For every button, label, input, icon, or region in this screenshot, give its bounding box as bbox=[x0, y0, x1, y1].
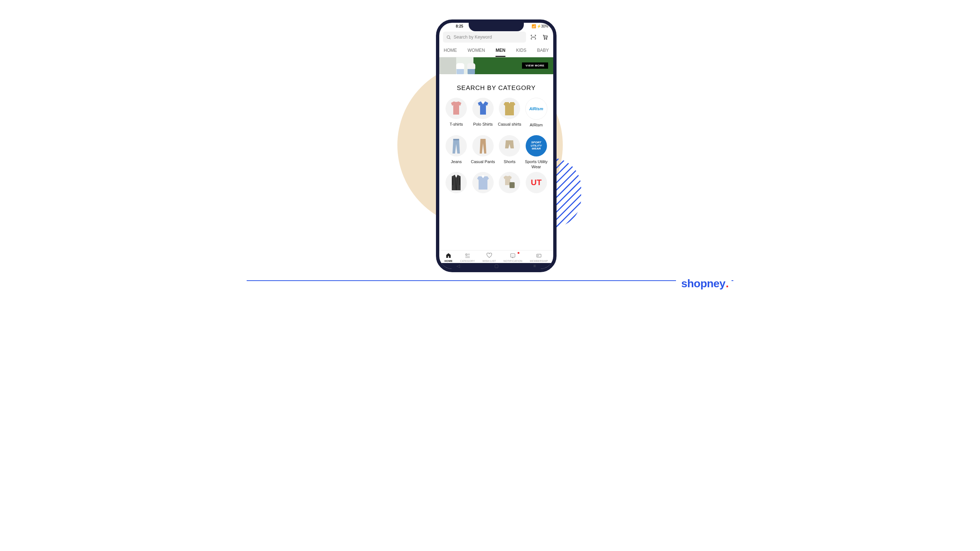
tab-kids[interactable]: KIDS bbox=[516, 46, 527, 57]
bottomnav-label: NOTIFICATION bbox=[504, 260, 522, 262]
category-item[interactable]: Casual Pants bbox=[471, 135, 496, 170]
hero-banner[interactable]: VIEW MORE bbox=[439, 57, 553, 74]
category-label: Jeans bbox=[451, 159, 462, 170]
category-bubble bbox=[445, 135, 467, 157]
search-placeholder: Search by Keyword bbox=[453, 35, 492, 40]
svg-point-34 bbox=[514, 255, 514, 256]
category-bubble: SPORTUTILITYWEAR bbox=[526, 135, 547, 157]
category-item[interactable] bbox=[497, 172, 522, 206]
category-label: Shorts bbox=[504, 159, 515, 170]
status-time: 8:25 bbox=[456, 24, 463, 28]
category-label: Sports Utility Wear bbox=[524, 159, 549, 170]
phone-frame: 8:25 📶 ⚡30% Search by Keyword bbox=[436, 19, 557, 272]
nav-back-icon[interactable]: ◁ bbox=[457, 264, 460, 268]
view-more-button[interactable]: VIEW MORE bbox=[522, 62, 548, 69]
category-bubble: AIRism bbox=[525, 98, 547, 120]
category-bubble bbox=[473, 172, 494, 193]
category-item[interactable]: UT bbox=[524, 172, 549, 206]
svg-point-32 bbox=[512, 255, 512, 256]
category-label: T-shirts bbox=[450, 122, 463, 132]
stage: 8:25 📶 ⚡30% Search by Keyword bbox=[226, 0, 754, 297]
bottomnav-home[interactable]: HOME bbox=[444, 253, 452, 262]
svg-rect-25 bbox=[459, 178, 460, 185]
category-item[interactable]: SPORTUTILITYWEARSports Utility Wear bbox=[524, 135, 549, 170]
tab-men[interactable]: MEN bbox=[495, 46, 506, 57]
category-tabs: HOMEWOMENMENKIDSBABY bbox=[439, 43, 553, 57]
category-item[interactable]: Polo Shirts bbox=[471, 98, 496, 133]
tab-baby[interactable]: BABY bbox=[537, 46, 549, 57]
svg-rect-24 bbox=[452, 178, 453, 185]
category-item[interactable] bbox=[471, 172, 496, 206]
tab-home[interactable]: HOME bbox=[444, 46, 457, 57]
bottom-nav: HOMECATEGORYWISH LISTNOTIFICATIONMEMBERS… bbox=[439, 250, 553, 263]
search-icon bbox=[446, 35, 452, 40]
android-navbar: ◁ ▢ ≡ bbox=[439, 263, 553, 269]
category-label: Polo Shirts bbox=[473, 122, 493, 132]
category-item[interactable]: T-shirts bbox=[444, 98, 469, 133]
scan-button[interactable] bbox=[529, 33, 538, 41]
notification-icon bbox=[509, 253, 516, 259]
tab-women[interactable]: WOMEN bbox=[468, 46, 485, 57]
nav-home-icon[interactable]: ▢ bbox=[495, 264, 498, 268]
wishlist-icon bbox=[486, 253, 493, 259]
category-item[interactable]: AIRismAIRism bbox=[524, 98, 549, 133]
category-label: AIRism bbox=[530, 123, 542, 133]
svg-point-19 bbox=[447, 36, 450, 38]
svg-point-33 bbox=[513, 255, 513, 256]
status-indicators: 📶 ⚡30% bbox=[531, 24, 548, 28]
svg-line-20 bbox=[450, 38, 451, 39]
bottomnav-category[interactable]: CATEGORY bbox=[460, 253, 475, 262]
bottomnav-membership[interactable]: MEMBERSHIP bbox=[530, 253, 548, 262]
category-bubble bbox=[499, 172, 520, 193]
bottomnav-label: WISH LIST bbox=[482, 260, 496, 262]
category-grid: T-shirtsPolo ShirtsCasual shirtsAIRismAI… bbox=[439, 98, 553, 206]
bottomnav-notification[interactable]: NOTIFICATION bbox=[504, 253, 522, 262]
bottomnav-label: MEMBERSHIP bbox=[530, 260, 548, 262]
home-icon bbox=[445, 253, 452, 259]
banner-figure bbox=[466, 63, 476, 74]
category-item[interactable]: Jeans bbox=[444, 135, 469, 170]
membership-icon bbox=[536, 253, 542, 259]
nav-recent-icon[interactable]: ≡ bbox=[533, 264, 536, 268]
cart-button[interactable] bbox=[541, 33, 550, 41]
category-bubble bbox=[473, 98, 494, 119]
category-icon bbox=[464, 253, 471, 259]
footer-divider bbox=[247, 280, 733, 281]
bottomnav-label: CATEGORY bbox=[460, 260, 475, 262]
svg-point-22 bbox=[544, 38, 545, 39]
category-item[interactable]: Casual shirts bbox=[497, 98, 522, 133]
bottomnav-wishlist[interactable]: WISH LIST bbox=[482, 253, 496, 262]
svg-rect-26 bbox=[509, 182, 515, 188]
category-bubble bbox=[473, 135, 494, 157]
category-label: Casual Pants bbox=[471, 159, 495, 170]
screen: Search by Keyword HOMEWOMENMENKIDSBABY bbox=[439, 23, 553, 269]
category-bubble bbox=[445, 98, 467, 119]
category-item[interactable] bbox=[444, 172, 469, 206]
brand-logo: shopney. bbox=[676, 275, 732, 290]
category-bubble bbox=[499, 135, 520, 157]
svg-line-12 bbox=[559, 187, 581, 228]
svg-point-27 bbox=[465, 254, 467, 255]
category-bubble bbox=[445, 172, 467, 193]
brand-text: shopney bbox=[681, 277, 725, 289]
section-title: SEARCH BY CATEGORY bbox=[439, 84, 553, 92]
cart-icon bbox=[542, 34, 549, 40]
banner-figure bbox=[455, 63, 465, 74]
category-bubble: UT bbox=[526, 172, 547, 193]
search-input[interactable]: Search by Keyword bbox=[443, 32, 526, 43]
category-label: Casual shirts bbox=[498, 122, 521, 132]
notification-badge bbox=[517, 252, 519, 254]
scan-icon bbox=[530, 34, 537, 40]
category-bubble bbox=[499, 98, 520, 119]
bottomnav-label: HOME bbox=[444, 260, 452, 262]
category-item[interactable]: Shorts bbox=[497, 135, 522, 170]
svg-point-23 bbox=[546, 38, 547, 39]
phone-notch bbox=[469, 22, 524, 31]
